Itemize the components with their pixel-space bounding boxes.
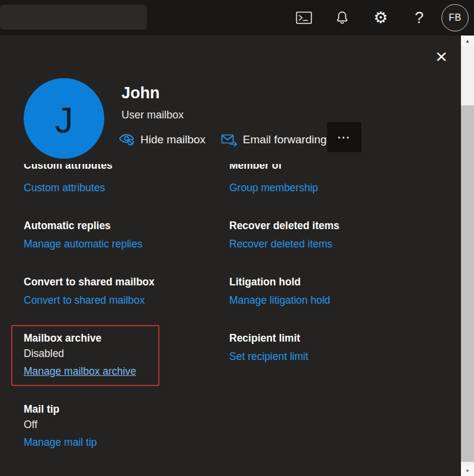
mailbox-avatar: J — [24, 78, 104, 159]
search-input[interactable] — [0, 5, 147, 30]
section-mailbox-archive: Mailbox archive Disabled Manage mailbox … — [24, 331, 225, 378]
section-recover-deleted-items: Recover deleted items Recover deleted it… — [229, 218, 431, 251]
clipped-heading: Member of — [229, 164, 431, 172]
account-button[interactable]: FB — [438, 0, 472, 36]
mailbox-name: John — [121, 84, 160, 102]
question-icon: ? — [415, 10, 424, 26]
mailbox-details-panel: × J John User mailbox Hide mailbox Email… — [0, 36, 461, 476]
powershell-button[interactable] — [284, 0, 323, 36]
bell-icon — [335, 10, 350, 25]
section-litigation-hold: Litigation hold Manage litigation hold — [229, 275, 431, 307]
hide-mailbox-button[interactable]: Hide mailbox — [118, 133, 206, 147]
ellipsis-icon: ⋯ — [337, 130, 352, 144]
mail-forward-icon — [221, 133, 238, 147]
custom-attributes-link[interactable]: Custom attributes — [24, 181, 105, 195]
more-actions-button[interactable]: ⋯ — [327, 122, 361, 152]
mailbox-type-label: User mailbox — [121, 109, 184, 121]
manage-mailbox-archive-link[interactable]: Manage mailbox archive — [24, 364, 136, 378]
notifications-button[interactable] — [323, 0, 361, 36]
clipped-heading: Custom attributes — [24, 164, 225, 172]
close-icon: × — [435, 45, 447, 67]
account-avatar: FB — [441, 4, 469, 31]
email-forwarding-label: Email forwarding — [243, 133, 327, 146]
group-membership-link[interactable]: Group membership — [229, 181, 318, 195]
help-button[interactable]: ? — [400, 0, 438, 36]
scroll-up-arrow[interactable]: ▲ — [461, 36, 474, 46]
mailbox-actions: Hide mailbox Email forwarding — [118, 128, 326, 152]
set-recipient-limit-link[interactable]: Set recipient limit — [229, 349, 308, 364]
scroll-down-arrow[interactable]: ▼ — [461, 465, 474, 476]
section-recipient-limit: Recipient limit Set recipient limit — [229, 331, 431, 364]
mail-tip-status: Off — [24, 417, 225, 432]
terminal-icon — [296, 11, 312, 25]
scrollbar-thumb[interactable] — [461, 105, 474, 462]
email-forwarding-button[interactable]: Email forwarding — [221, 133, 327, 147]
section-automatic-replies: Automatic replies Manage automatic repli… — [24, 218, 225, 251]
hide-eye-icon — [118, 133, 135, 147]
manage-litigation-hold-link[interactable]: Manage litigation hold — [229, 293, 330, 307]
scrollbar[interactable]: ▲ ▼ — [461, 36, 474, 476]
search-box[interactable] — [0, 5, 147, 30]
section-member-of: Member of Group membership — [229, 164, 431, 195]
manage-mail-tip-link[interactable]: Manage mail tip — [24, 435, 97, 449]
avatar-letter: J — [55, 99, 73, 141]
convert-shared-mailbox-link[interactable]: Convert to shared mailbox — [24, 293, 145, 307]
mailbox-archive-status: Disabled — [24, 346, 225, 361]
topbar-icons: ⚙ ? FB — [284, 0, 472, 36]
section-custom-attributes: Custom attributes Custom attributes — [24, 164, 225, 195]
hide-mailbox-label: Hide mailbox — [140, 133, 206, 146]
section-convert-shared-mailbox: Convert to shared mailbox Convert to sha… — [24, 275, 225, 307]
section-mail-tip: Mail tip Off Manage mail tip — [24, 402, 225, 449]
gear-icon: ⚙ — [373, 10, 387, 26]
account-initials: FB — [449, 12, 461, 23]
close-button[interactable]: × — [431, 46, 451, 66]
recover-deleted-items-link[interactable]: Recover deleted items — [229, 237, 332, 251]
settings-button[interactable]: ⚙ — [361, 0, 400, 36]
manage-automatic-replies-link[interactable]: Manage automatic replies — [24, 237, 142, 251]
topbar: ⚙ ? FB — [0, 0, 474, 36]
